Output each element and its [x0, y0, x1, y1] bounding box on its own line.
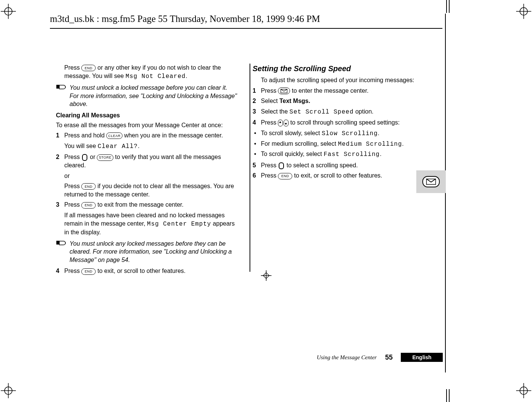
end-key-icon: END — [81, 268, 96, 275]
text: to exit from the message center. — [98, 201, 184, 208]
envelope-key-icon — [278, 87, 290, 94]
store-key-icon: STORE — [97, 154, 113, 161]
screen-text: Clear All? — [98, 143, 138, 150]
screen-text: Msg Not Cleared — [126, 73, 186, 80]
end-key-icon: END — [81, 183, 96, 190]
text: . — [380, 151, 381, 157]
step: 3 Press END to exit from the message cen… — [56, 201, 237, 236]
paragraph: Press END or any other key if you do not… — [64, 64, 237, 81]
text: To scroll quickly, select — [261, 151, 324, 157]
screen-text: Msg Center Empty — [147, 221, 211, 227]
page-gutter-rule — [445, 14, 446, 372]
text: Press — [64, 64, 81, 71]
end-key-icon: END — [81, 65, 96, 71]
note: You must unlock a locked message before … — [56, 84, 237, 108]
note-text: You must unlock any locked messages befo… — [70, 240, 237, 264]
text: when you are in the message center. — [124, 132, 223, 139]
note-hand-icon — [56, 240, 67, 264]
text: Press — [261, 172, 278, 179]
registration-mark-icon — [1, 4, 16, 19]
text: Press — [64, 183, 81, 189]
softkey-icon — [279, 162, 284, 169]
note-hand-icon — [56, 84, 67, 108]
end-key-icon: END — [278, 173, 292, 179]
content-columns: Press END or any other key if you do not… — [56, 64, 442, 277]
text: For medium scrolling, select — [261, 140, 338, 147]
registration-mark-icon — [516, 383, 531, 398]
text: Press — [64, 201, 81, 208]
text: . — [378, 130, 379, 136]
steps-list: 1 Press and hold CLEAR when you are in t… — [56, 131, 237, 237]
steps-list: 5 Press to select a scrolling speed. 6 P… — [253, 161, 434, 180]
step: 1 Press to enter the message center. — [253, 87, 434, 95]
step: 4 Press END to exit, or scroll to other … — [56, 267, 237, 275]
scroll-arrows-icon — [278, 120, 288, 126]
header-rule — [50, 28, 442, 29]
text: to enter the message center. — [292, 87, 369, 94]
step: 6 Press END to exit, or scroll to other … — [253, 171, 434, 180]
step: 5 Press to select a scrolling speed. — [253, 161, 434, 170]
end-key-icon: END — [81, 202, 96, 209]
svg-point-15 — [65, 87, 66, 88]
step: 2 Press or STORE to verify that you want… — [56, 153, 237, 198]
text: to scroll through scrolling speed settin… — [290, 119, 400, 126]
text: option. — [355, 108, 374, 115]
text: You will see — [64, 143, 98, 149]
note: You must unlock any locked messages befo… — [56, 240, 237, 264]
text: To scroll slowly, select — [261, 130, 322, 136]
text: . — [138, 143, 139, 149]
text: to select a scrolling speed. — [287, 162, 358, 168]
section-heading: Setting the Scrolling Speed — [253, 64, 434, 74]
registration-mark-icon — [1, 383, 16, 398]
bullet-list: To scroll slowly, select Slow Scrolling.… — [253, 129, 434, 159]
envelope-icon — [422, 176, 440, 187]
text: Press and hold — [64, 132, 106, 139]
page-footer: Using the Message Center 55 English — [317, 353, 443, 362]
registration-mark-icon — [516, 4, 531, 19]
text: Select the — [261, 108, 290, 115]
clear-key-icon: CLEAR — [106, 132, 123, 139]
crop-mark-icon — [446, 0, 447, 13]
screen-text: Medium Scrolling — [338, 141, 402, 148]
subheading: Clearing All Messages — [56, 111, 237, 120]
text: or — [64, 172, 237, 180]
crop-mark-icon — [449, 389, 450, 402]
crop-mark-icon — [446, 389, 447, 402]
text: to exit, or scroll to other features. — [294, 172, 382, 179]
list-item: To scroll quickly, select Fast Scrolling… — [253, 150, 434, 159]
footer-section-title: Using the Message Center — [317, 354, 377, 361]
list-item: To scroll slowly, select Slow Scrolling. — [253, 129, 434, 138]
steps-list: 4 Press END to exit, or scroll to other … — [56, 267, 237, 275]
paragraph: To erase all the messages from your Mess… — [56, 121, 237, 129]
text: . — [186, 73, 187, 79]
step: 4 Press to scroll through scrolling spee… — [253, 118, 434, 127]
text: Press — [64, 268, 81, 274]
step: 2 Select Text Msgs. — [253, 97, 434, 105]
thumb-tab — [416, 170, 446, 193]
text: Press — [64, 154, 81, 160]
step: 3 Select the Set Scroll Speed option. — [253, 108, 434, 117]
screen-text: Fast Scrolling — [324, 151, 380, 158]
step: 1 Press and hold CLEAR when you are in t… — [56, 131, 237, 151]
screen-text: Slow Scrolling — [322, 130, 378, 137]
text: Press — [261, 87, 278, 94]
list-item: For medium scrolling, select Medium Scro… — [253, 140, 434, 149]
text: Select — [261, 98, 279, 104]
svg-rect-16 — [56, 241, 59, 245]
page-number: 55 — [385, 354, 392, 361]
text: . — [402, 140, 403, 147]
text: or — [90, 154, 97, 160]
svg-rect-14 — [56, 85, 59, 89]
running-header: m3td_us.bk : msg.fm5 Page 55 Thursday, N… — [50, 14, 320, 24]
note-text: You must unlock a locked message before … — [70, 84, 237, 108]
paragraph: To adjust the scrolling speed of your in… — [261, 76, 434, 84]
language-tag: English — [401, 353, 443, 362]
steps-list: 1 Press to enter the message center. 2 S… — [253, 87, 434, 127]
text: Press — [261, 162, 278, 168]
text-bold: Text Msgs. — [279, 98, 310, 104]
text: to exit, or scroll to other features. — [98, 268, 186, 274]
crop-mark-icon — [449, 0, 450, 13]
text: Press — [261, 119, 278, 126]
left-column: Press END or any other key if you do not… — [56, 64, 237, 277]
page: m3td_us.bk : msg.fm5 Page 55 Thursday, N… — [0, 0, 532, 402]
